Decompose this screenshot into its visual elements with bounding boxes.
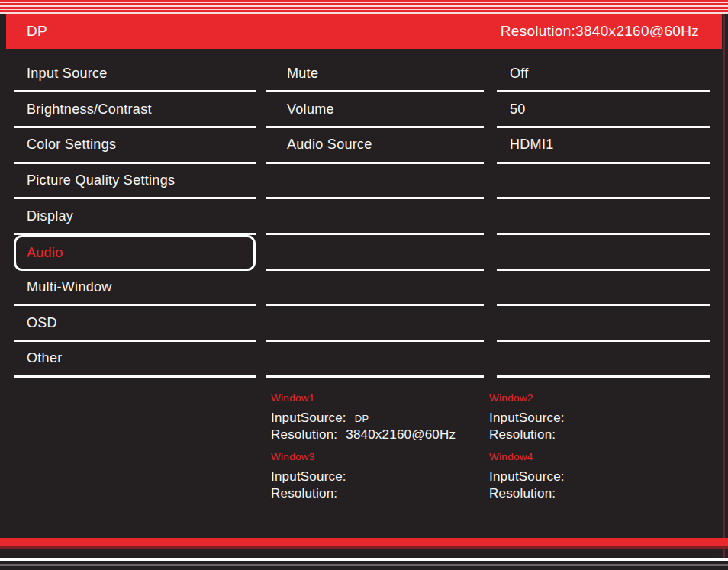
resolution-label: Resolution:3840x2160@60Hz bbox=[501, 23, 699, 40]
settings-value-column: Off 50 HDMI1 bbox=[497, 57, 710, 378]
setting-row-empty bbox=[266, 235, 484, 271]
window-info-1: Window1 InputSource:DP Resolution:3840x2… bbox=[271, 392, 486, 443]
menu-item-label: Brightness/Contrast bbox=[27, 101, 152, 118]
window-input-line: InputSource: bbox=[489, 469, 704, 485]
input-source-label: InputSource: bbox=[271, 411, 346, 425]
menu-item-label: Multi-Window bbox=[27, 279, 112, 295]
window-title: Window3 bbox=[271, 451, 486, 462]
resolution-label: Resolution: bbox=[271, 427, 337, 442]
window-title: Window4 bbox=[489, 451, 704, 462]
setting-name: Mute bbox=[287, 66, 318, 82]
resolution-value: 3840x2160@60Hz bbox=[346, 427, 456, 442]
settings-name-column: Mute Volume Audio Source bbox=[266, 57, 484, 378]
menu-item-osd[interactable]: OSD bbox=[14, 306, 256, 342]
window-resolution-line: Resolution: bbox=[489, 427, 704, 443]
setting-row-empty bbox=[266, 306, 484, 342]
window-resolution-line: Resolution:3840x2160@60Hz bbox=[271, 427, 486, 443]
menu-item-label: Input Source bbox=[27, 66, 108, 82]
setting-value-volume: 50 bbox=[497, 92, 710, 128]
window-input-line: InputSource: bbox=[271, 469, 486, 485]
setting-row-empty bbox=[266, 164, 484, 200]
window-title: Window2 bbox=[489, 392, 704, 404]
setting-row-empty bbox=[266, 342, 484, 378]
window-info-2: Window2 InputSource: Resolution: bbox=[489, 392, 704, 443]
right-edge-line bbox=[723, 14, 726, 558]
input-source-label: InputSource: bbox=[489, 469, 565, 484]
menu-item-audio[interactable]: Audio bbox=[14, 235, 256, 271]
setting-value: 50 bbox=[510, 101, 526, 118]
setting-value-empty bbox=[497, 164, 710, 200]
input-source-value: DP bbox=[355, 413, 369, 424]
input-source-label: InputSource: bbox=[489, 411, 565, 425]
current-input-label: DP bbox=[27, 23, 47, 40]
menu-item-label: OSD bbox=[27, 315, 57, 331]
header-bar: DP Resolution:3840x2160@60Hz bbox=[6, 14, 722, 49]
setting-value-empty bbox=[497, 306, 710, 342]
resolution-label: Resolution: bbox=[489, 486, 556, 501]
setting-value: HDMI1 bbox=[510, 137, 554, 153]
bottom-gray-line bbox=[0, 564, 728, 566]
osd-menu: DP Resolution:3840x2160@60Hz Input Sourc… bbox=[0, 0, 728, 570]
menu-item-color-settings[interactable]: Color Settings bbox=[14, 128, 256, 164]
setting-row-volume[interactable]: Volume bbox=[266, 92, 484, 128]
menu-item-label: Other bbox=[27, 350, 63, 366]
setting-value-empty bbox=[497, 271, 710, 307]
window-input-line: InputSource:DP bbox=[271, 410, 486, 427]
menu-item-picture-quality-settings[interactable]: Picture Quality Settings bbox=[14, 164, 256, 200]
resolution-label: Resolution: bbox=[489, 427, 556, 442]
window-input-line: InputSource: bbox=[489, 410, 704, 427]
setting-value-empty bbox=[497, 199, 710, 235]
setting-row-empty bbox=[266, 271, 484, 307]
input-source-label: InputSource: bbox=[271, 469, 346, 484]
menu-item-other[interactable]: Other bbox=[14, 342, 256, 378]
bottom-white-line bbox=[0, 558, 728, 561]
window-info-4: Window4 InputSource: Resolution: bbox=[489, 451, 704, 501]
setting-name: Audio Source bbox=[287, 137, 372, 153]
menu-item-brightness-contrast[interactable]: Brightness/Contrast bbox=[14, 92, 256, 128]
menu-item-label: Audio bbox=[27, 245, 63, 261]
window-resolution-line: Resolution: bbox=[271, 485, 486, 501]
menu-item-display[interactable]: Display bbox=[14, 199, 256, 235]
setting-row-mute[interactable]: Mute bbox=[266, 57, 484, 93]
setting-name: Volume bbox=[287, 101, 334, 118]
setting-value-empty bbox=[497, 342, 710, 378]
window-info-3: Window3 InputSource: Resolution: bbox=[271, 451, 486, 501]
menu-item-input-source[interactable]: Input Source bbox=[14, 57, 256, 93]
menu-item-label: Color Settings bbox=[27, 137, 116, 153]
menu-item-label: Picture Quality Settings bbox=[27, 172, 175, 188]
bottom-red-bar bbox=[0, 538, 728, 549]
setting-value: Off bbox=[510, 66, 529, 82]
top-stripe-border bbox=[0, 0, 728, 14]
resolution-label: Resolution: bbox=[271, 486, 337, 501]
setting-row-audio-source[interactable]: Audio Source bbox=[266, 128, 484, 164]
menu-item-label: Display bbox=[27, 208, 73, 224]
main-menu: Input Source Brightness/Contrast Color S… bbox=[14, 57, 256, 378]
menu-item-multi-window[interactable]: Multi-Window bbox=[14, 271, 256, 307]
setting-value-audio-source: HDMI1 bbox=[497, 128, 710, 164]
setting-value-empty bbox=[497, 235, 710, 271]
window-resolution-line: Resolution: bbox=[489, 485, 704, 501]
window-title: Window1 bbox=[271, 392, 486, 404]
setting-row-empty bbox=[266, 199, 484, 235]
setting-value-mute: Off bbox=[497, 57, 710, 93]
